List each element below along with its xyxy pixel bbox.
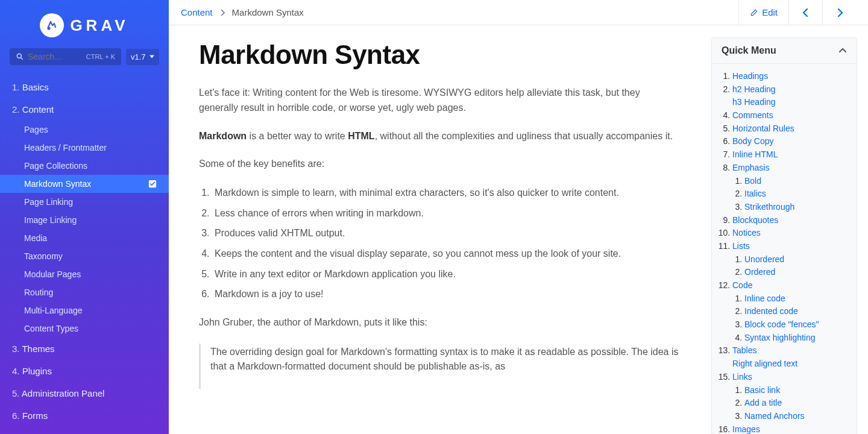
quick-menu-title: Quick Menu <box>722 45 776 56</box>
nav-taxonomy[interactable]: Taxonomy <box>0 247 169 265</box>
toc-images[interactable]: Images <box>732 424 760 434</box>
toc-h3[interactable]: h3 Heading <box>732 97 776 107</box>
toc-code[interactable]: Code <box>732 280 752 290</box>
benefits-list: Markdown is simple to learn, with minima… <box>199 185 681 302</box>
search-shortcut: CTRL + K <box>86 53 115 60</box>
nav-pages[interactable]: Pages <box>0 121 169 139</box>
toc-addtitle[interactable]: Add a title <box>744 398 782 407</box>
nav-admin[interactable]: 5. Administration Panel <box>0 382 169 404</box>
nav-routing[interactable]: Routing <box>0 283 169 301</box>
toc-strike[interactable]: Strikethrough <box>744 202 794 212</box>
nav-modular[interactable]: Modular Pages <box>0 265 169 283</box>
page-title: Markdown Syntax <box>199 40 681 70</box>
list-item: Markdown is a joy to use! <box>212 286 681 302</box>
gruber-lead: John Gruber, the author of Markdown, put… <box>199 315 681 330</box>
topbar: Content Markdown Syntax Edit <box>169 0 868 25</box>
chevron-up-icon <box>838 48 847 54</box>
list-item: Less chance of errors when writing in ma… <box>212 206 681 221</box>
nav-markdown-syntax[interactable]: Markdown Syntax <box>0 175 169 193</box>
toc-body[interactable]: Body Copy <box>732 136 773 146</box>
version-select[interactable]: v1.7 <box>126 49 159 65</box>
svg-point-1 <box>17 54 21 58</box>
toc-inlinecode[interactable]: Inline code <box>744 294 785 303</box>
toc-inlinehtml[interactable]: Inline HTML <box>732 149 778 159</box>
toc-blockquotes[interactable]: Blockquotes <box>732 215 778 225</box>
toc-notices[interactable]: Notices <box>732 228 761 237</box>
nav-media[interactable]: Media <box>0 229 169 247</box>
next-page-button[interactable] <box>822 0 856 25</box>
nav-multilang[interactable]: Multi-Language <box>0 301 169 319</box>
toc-syntax[interactable]: Syntax highlighting <box>744 333 816 342</box>
toc-h2[interactable]: h2 Heading <box>732 84 776 94</box>
breadcrumb-parent[interactable]: Content <box>181 7 213 17</box>
edit-button[interactable]: Edit <box>738 0 788 25</box>
toc-hr[interactable]: Horizontal Rules <box>732 124 794 133</box>
toc-headings[interactable]: Headings <box>732 71 768 81</box>
toc-comments[interactable]: Comments <box>732 110 773 120</box>
list-item: Produces valid XHTML output. <box>212 225 681 241</box>
toc-emphasis[interactable]: Emphasis <box>732 163 769 172</box>
nav-content-types[interactable]: Content Types <box>0 319 169 338</box>
article: Markdown Syntax Let's face it: Writing c… <box>169 25 711 434</box>
prev-page-button[interactable] <box>788 0 822 25</box>
intro-1: Let's face it: Writing content for the W… <box>199 86 681 116</box>
chevron-right-icon <box>220 9 225 16</box>
toc-links[interactable]: Links <box>732 372 752 382</box>
search-icon <box>16 52 24 61</box>
nav-forms[interactable]: 6. Forms <box>0 404 169 427</box>
list-item: Write in any text editor or Markdown app… <box>212 266 681 282</box>
main: Content Markdown Syntax Edit Markdown S <box>169 0 868 434</box>
svg-point-0 <box>48 28 50 30</box>
toc-bold[interactable]: Bold <box>744 176 761 186</box>
toc-italics[interactable]: Italics <box>744 189 766 198</box>
toc-basiclink[interactable]: Basic link <box>744 385 780 395</box>
nav-page-linking[interactable]: Page Linking <box>0 193 169 211</box>
toc-ordered[interactable]: Ordered <box>744 267 775 277</box>
nav-content[interactable]: 2. Content <box>0 98 169 121</box>
grav-logo-icon <box>40 13 64 37</box>
edit-icon <box>750 8 758 17</box>
toc-tables[interactable]: Tables <box>732 345 756 355</box>
nav-headers[interactable]: Headers / Frontmatter <box>0 139 169 157</box>
check-icon <box>148 180 157 188</box>
search-input-wrap[interactable]: CTRL + K <box>10 48 121 65</box>
intro-2: Markdown is a better way to write HTML, … <box>199 129 681 144</box>
svg-line-2 <box>21 58 23 60</box>
edit-label: Edit <box>762 7 778 17</box>
brand-name: GRAV <box>70 16 128 35</box>
nav-plugins[interactable]: 4. Plugins <box>0 360 169 382</box>
chevron-left-icon <box>802 8 810 17</box>
breadcrumb: Content Markdown Syntax <box>181 7 304 17</box>
toc-right[interactable]: Right aligned text <box>732 359 797 368</box>
quick-menu: Quick Menu Headings h2 Heading h3 Headin… <box>711 25 868 434</box>
nav-cli[interactable]: 7. CLI Console <box>0 427 169 434</box>
toc-fences[interactable]: Block code "fences" <box>744 319 819 329</box>
quick-menu-header[interactable]: Quick Menu <box>712 38 857 64</box>
brand[interactable]: GRAV <box>0 0 169 45</box>
nav-collections[interactable]: Page Collections <box>0 157 169 175</box>
primary-nav: 1. Basics 2. Content Pages Headers / Fro… <box>0 76 169 434</box>
toc-lists[interactable]: Lists <box>732 241 750 251</box>
list-item: Keeps the content and the visual display… <box>212 246 681 262</box>
search-input[interactable] <box>28 52 83 61</box>
nav-themes[interactable]: 3. Themes <box>0 338 169 360</box>
benefits-lead: Some of the key benefits are: <box>199 157 681 172</box>
sidebar: GRAV CTRL + K v1.7 1. Basics 2. Content … <box>0 0 169 434</box>
toc-unordered[interactable]: Unordered <box>744 254 784 264</box>
breadcrumb-current: Markdown Syntax <box>232 7 304 17</box>
nav-basics[interactable]: 1. Basics <box>0 76 169 98</box>
toc-indented[interactable]: Indented code <box>744 306 798 316</box>
gruber-quote: The overriding design goal for Markdown'… <box>199 344 681 389</box>
nav-image-linking[interactable]: Image Linking <box>0 211 169 229</box>
chevron-right-icon <box>836 8 843 17</box>
toc-anchors[interactable]: Named Anchors <box>744 411 805 421</box>
list-item: Markdown is simple to learn, with minima… <box>212 185 681 201</box>
